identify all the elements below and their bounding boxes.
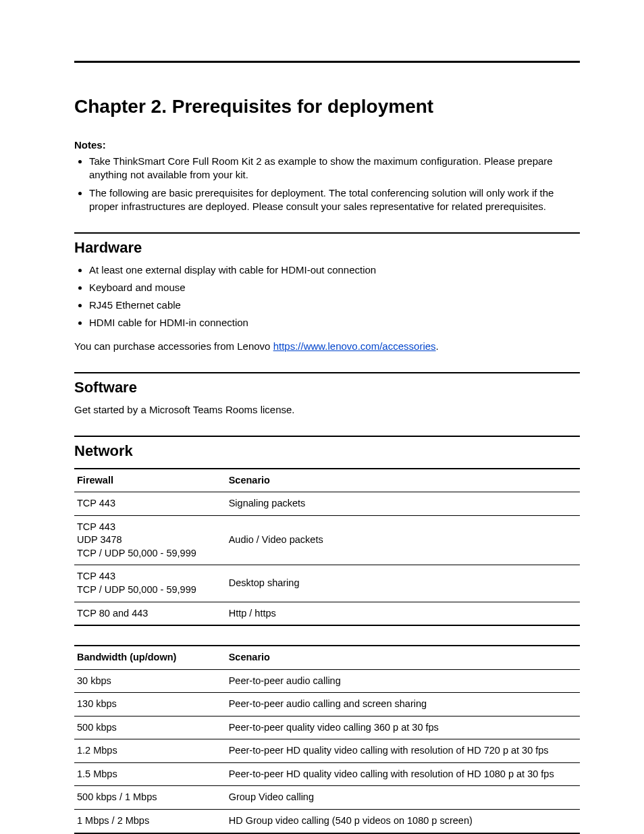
table-row: 1.5 MbpsPeer-to-peer HD quality video ca… (74, 762, 580, 786)
network-heading: Network (74, 441, 580, 461)
firewall-col-header: Firewall (74, 469, 226, 492)
notes-list: Take ThinkSmart Core Full Room Kit 2 as … (74, 155, 580, 213)
notes-item: The following are basic prerequisites fo… (89, 186, 580, 214)
scenario-col-header: Scenario (226, 469, 580, 492)
software-heading: Software (74, 377, 580, 398)
table-row: TCP 443UDP 3478TCP / UDP 50,000 - 59,999… (74, 515, 580, 565)
table-cell: Group Video calling (226, 786, 580, 810)
top-rule (74, 61, 580, 63)
chapter-title: Chapter 2. Prerequisites for deployment (74, 94, 580, 120)
table-row: TCP 80 and 443Http / https (74, 602, 580, 625)
scenario-col-header: Scenario (226, 646, 580, 669)
table-row: 30 kbpsPeer-to-peer audio calling (74, 669, 580, 693)
table-cell: 500 kbps / 1 Mbps (74, 786, 226, 810)
table-cell: Peer-to-peer HD quality video calling wi… (226, 739, 580, 763)
table-cell: TCP 443UDP 3478TCP / UDP 50,000 - 59,999 (74, 515, 226, 565)
notes-item: Take ThinkSmart Core Full Room Kit 2 as … (89, 155, 580, 182)
table-row: TCP 443Signaling packets (74, 492, 580, 516)
bandwidth-col-header: Bandwidth (up/down) (74, 646, 226, 669)
table-cell: Peer-to-peer audio calling and screen sh… (226, 693, 580, 716)
table-cell: Peer-to-peer quality video calling 360 p… (226, 716, 580, 739)
table-cell: 500 kbps (74, 716, 226, 739)
hardware-heading: Hardware (74, 238, 580, 258)
table-row: 500 kbps / 1 MbpsGroup Video calling (74, 786, 580, 810)
table-cell: 30 kbps (74, 669, 226, 693)
hardware-item: HDMI cable for HDMI-in connection (89, 316, 580, 330)
table-cell: HD Group video calling (540 p videos on … (226, 810, 580, 833)
accessories-suffix: . (436, 340, 439, 352)
table-cell: 1 Mbps / 2 Mbps (74, 810, 226, 833)
accessories-paragraph: You can purchase accessories from Lenovo… (74, 340, 580, 353)
hardware-list: At least one external display with cable… (74, 263, 580, 330)
hardware-item: Keyboard and mouse (89, 281, 580, 294)
table-row: 130 kbpsPeer-to-peer audio calling and s… (74, 693, 580, 716)
table-cell: TCP 443TCP / UDP 50,000 - 59,999 (74, 565, 226, 602)
software-text: Get started by a Microsoft Teams Rooms l… (74, 403, 580, 417)
section-rule (74, 372, 580, 373)
table-cell: Peer-to-peer audio calling (226, 669, 580, 693)
section-rule (74, 436, 580, 437)
section-rule (74, 232, 580, 234)
table-row: 500 kbpsPeer-to-peer quality video calli… (74, 716, 580, 739)
table-cell: Http / https (226, 602, 580, 625)
firewall-table: Firewall Scenario TCP 443Signaling packe… (74, 468, 580, 627)
table-cell: TCP 443 (74, 492, 226, 516)
table-cell: 1.2 Mbps (74, 739, 226, 763)
table-cell: Audio / Video packets (226, 515, 580, 565)
accessories-prefix: You can purchase accessories from Lenovo (74, 340, 273, 352)
table-cell: 130 kbps (74, 693, 226, 716)
table-cell: Peer-to-peer HD quality video calling wi… (226, 762, 580, 786)
notes-label: Notes: (74, 139, 106, 151)
table-cell: TCP 80 and 443 (74, 602, 226, 625)
hardware-item: RJ45 Ethernet cable (89, 298, 580, 312)
table-cell: Desktop sharing (226, 565, 580, 602)
table-row: 1 Mbps / 2 MbpsHD Group video calling (5… (74, 810, 580, 833)
table-row: TCP 443TCP / UDP 50,000 - 59,999Desktop … (74, 565, 580, 602)
hardware-item: At least one external display with cable… (89, 263, 580, 277)
bandwidth-table: Bandwidth (up/down) Scenario 30 kbpsPeer… (74, 645, 580, 834)
table-cell: Signaling packets (226, 492, 580, 516)
table-cell: 1.5 Mbps (74, 762, 226, 786)
table-row: 1.2 MbpsPeer-to-peer HD quality video ca… (74, 739, 580, 763)
accessories-link[interactable]: https://www.lenovo.com/accessories (273, 340, 436, 352)
